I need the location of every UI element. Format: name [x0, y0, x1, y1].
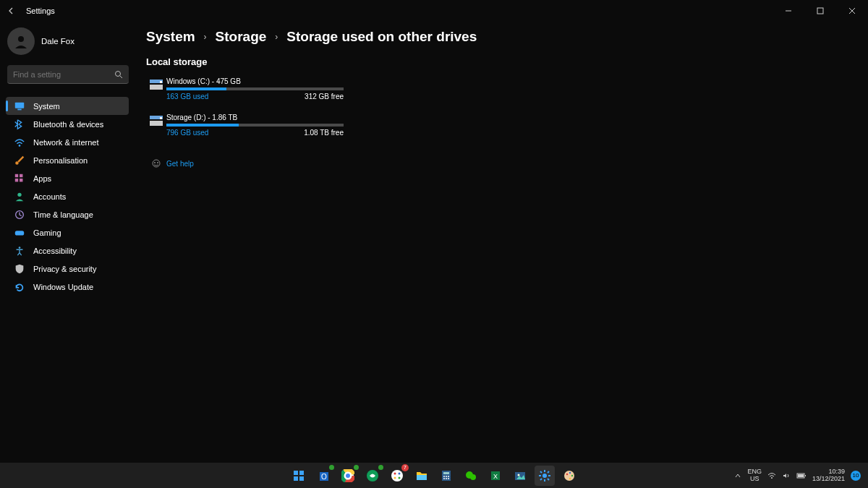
svg-line-63: [540, 471, 542, 473]
sidebar-item-personalisation[interactable]: Personalisation: [6, 151, 129, 169]
svg-rect-21: [150, 121, 163, 126]
svg-point-71: [569, 477, 571, 479]
sidebar-item-label: Apps: [33, 174, 51, 183]
sidebar-item-label: System: [33, 102, 60, 111]
sidebar-item-windows-update[interactable]: Windows Update: [6, 278, 129, 296]
sidebar-item-network-internet[interactable]: Network & internet: [6, 133, 129, 151]
close-icon: [848, 7, 856, 14]
svg-rect-28: [294, 476, 298, 481]
monitor-icon: [13, 100, 26, 113]
sidebar-item-time-language[interactable]: Time & language: [6, 205, 129, 223]
svg-point-3: [116, 71, 121, 76]
drive-used-label: 796 GB used: [166, 129, 208, 137]
svg-line-66: [548, 471, 549, 473]
sidebar-item-label: Windows Update: [33, 283, 93, 291]
taskbar-app-excel[interactable]: X: [485, 466, 506, 486]
svg-point-36: [346, 474, 350, 478]
svg-point-70: [571, 474, 573, 476]
svg-rect-75: [805, 475, 806, 476]
chevron-right-icon: ›: [204, 32, 207, 42]
drive-free-label: 1.08 TB free: [304, 129, 344, 137]
clock[interactable]: 10:39 13/12/2021: [812, 468, 845, 483]
svg-point-69: [569, 471, 571, 473]
svg-text:O: O: [321, 473, 327, 481]
svg-line-65: [540, 479, 542, 480]
taskbar-app-photos[interactable]: [510, 466, 530, 486]
drives-list: Windows (C:) - 475 GB163 GB used312 GB f…: [146, 77, 868, 137]
language-indicator[interactable]: ENG US: [747, 468, 762, 483]
wifi-icon: [13, 136, 26, 149]
badge: 7: [401, 464, 409, 471]
sidebar-item-label: Time & language: [33, 210, 93, 219]
svg-rect-19: [160, 81, 162, 83]
svg-point-16: [19, 247, 21, 249]
sidebar-item-system[interactable]: System: [6, 97, 129, 115]
search-icon: [114, 70, 123, 79]
svg-point-68: [566, 473, 568, 474]
maximize-button[interactable]: [804, 0, 836, 22]
sidebar-item-accounts[interactable]: Accounts: [6, 187, 129, 205]
taskbar-app-settings[interactable]: [535, 466, 555, 486]
account-name: Dale Fox: [41, 37, 75, 46]
brush-icon: [13, 154, 26, 167]
taskbar-app-wechat[interactable]: [461, 466, 481, 486]
taskbar-app-app-green-swirl[interactable]: [362, 466, 383, 486]
chevron-right-icon: ›: [275, 32, 278, 42]
taskbar-app-outlook[interactable]: O: [313, 466, 333, 486]
svg-point-51: [448, 478, 449, 479]
sidebar-item-apps[interactable]: Apps: [6, 169, 129, 187]
breadcrumb-storage[interactable]: Storage: [216, 29, 267, 45]
taskbar-right: ENG US 10:39 13/12/2021 10: [734, 468, 868, 483]
sidebar-item-gaming[interactable]: Gaming: [6, 223, 129, 241]
svg-point-2: [18, 36, 24, 42]
drive-icon: [146, 115, 166, 137]
minimize-button[interactable]: [773, 0, 804, 22]
svg-point-39: [394, 472, 396, 474]
taskbar-app-app-dotted[interactable]: 7: [387, 466, 407, 486]
volume-icon[interactable]: [782, 471, 791, 480]
close-button[interactable]: [836, 0, 868, 22]
sidebar-item-label: Network & internet: [33, 138, 98, 147]
get-help-link[interactable]: Get help: [146, 158, 868, 168]
search-field[interactable]: [7, 65, 129, 84]
svg-rect-10: [20, 174, 22, 176]
drive-free-label: 312 GB free: [305, 93, 344, 100]
svg-point-58: [542, 474, 547, 478]
svg-point-42: [399, 476, 401, 479]
sidebar-item-privacy-security[interactable]: Privacy & security: [6, 260, 129, 278]
clock-icon: [13, 208, 26, 221]
svg-rect-12: [20, 179, 22, 181]
drive-usage-bar: [166, 124, 344, 127]
search-input[interactable]: [13, 70, 114, 79]
gamepad-icon: [13, 226, 26, 239]
back-button[interactable]: [6, 5, 17, 17]
taskbar-app-file-explorer[interactable]: [412, 466, 432, 486]
drive-row[interactable]: Storage (D:) - 1.86 TB796 GB used1.08 TB…: [146, 114, 868, 137]
breadcrumb-system[interactable]: System: [146, 29, 195, 45]
sidebar-item-bluetooth-devices[interactable]: Bluetooth & devices: [6, 115, 129, 133]
grid-icon: [13, 172, 26, 185]
person-icon: [13, 190, 26, 203]
wifi-icon[interactable]: [767, 471, 776, 480]
sidebar-item-accessibility[interactable]: Accessibility: [6, 241, 129, 260]
chevron-up-icon[interactable]: [734, 472, 741, 479]
nav-list: SystemBluetooth & devicesNetwork & inter…: [6, 97, 129, 296]
taskbar-app-start[interactable]: [289, 466, 309, 486]
svg-point-48: [448, 476, 449, 477]
drive-row[interactable]: Windows (C:) - 475 GB163 GB used312 GB f…: [146, 77, 868, 100]
svg-rect-6: [17, 108, 21, 110]
notifications-badge[interactable]: 10: [851, 471, 861, 481]
sidebar-item-label: Bluetooth & devices: [33, 120, 103, 129]
svg-rect-45: [443, 472, 449, 474]
taskbar-app-calculator[interactable]: [436, 466, 456, 486]
drive-usage-bar: [166, 87, 344, 90]
status-dot: [329, 465, 334, 470]
svg-rect-9: [15, 174, 18, 176]
account-row[interactable]: Dale Fox: [7, 27, 137, 55]
window-controls: [773, 0, 868, 22]
taskbar-app-chrome[interactable]: [338, 466, 358, 486]
taskbar-app-paint[interactable]: [559, 466, 579, 486]
bluetooth-icon: [13, 118, 26, 131]
battery-icon[interactable]: [796, 472, 807, 479]
drive-title: Storage (D:) - 1.86 TB: [166, 114, 344, 121]
